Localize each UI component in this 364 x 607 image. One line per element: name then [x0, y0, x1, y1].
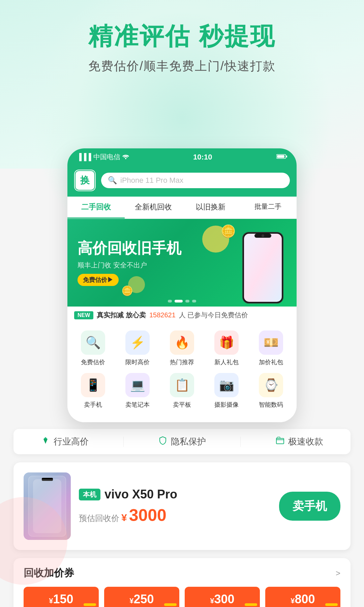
svg-rect-2: [286, 155, 287, 157]
status-right: [276, 153, 287, 161]
banner-cta-button[interactable]: 免费估价▶: [78, 274, 119, 286]
diamond-icon: [41, 436, 50, 447]
icon-sell-laptop-label: 卖笔记本: [125, 401, 150, 409]
phone-status-bar: ▐▐▐ 中国电信 10:10: [67, 148, 297, 166]
tab-new-recycling[interactable]: 全新机回收: [125, 197, 182, 219]
device-name-row: 本机 vivo X50 Pro: [79, 487, 271, 501]
icon-sell-camera[interactable]: 📷 摄影摄像: [210, 373, 243, 409]
new-badge: NEW: [74, 311, 93, 319]
bottom-section: 行业高价 隐私保护 极速收款: [0, 429, 364, 607]
trust-privacy-label: 隐私保护: [171, 436, 206, 447]
tab-used-recycling[interactable]: 二手回收: [67, 197, 125, 219]
coupon-icon: 💴: [264, 336, 279, 350]
search-bar[interactable]: 🔍 iPhone 11 Pro Max: [101, 173, 290, 188]
sell-phone-button[interactable]: 卖手机: [279, 492, 340, 521]
icon-new-gift[interactable]: 🎁 新人礼包: [210, 330, 243, 366]
carrier-label: 中国电信: [93, 152, 120, 162]
banner-coin-1: 🪙: [221, 224, 236, 238]
announce-count: 1582621: [149, 311, 176, 319]
coupon-item-4[interactable]: ¥800 满6500元可用 去使用: [265, 587, 340, 607]
hero-subtitle: 免费估价/顺丰免费上门/快速打款: [88, 58, 276, 75]
svg-rect-8: [276, 438, 284, 444]
trust-item-privacy: 隐私保护: [158, 436, 206, 447]
icon-sell-camera-bg: 📷: [214, 373, 239, 397]
icon-sell-tablet-bg: 📋: [170, 373, 194, 397]
dot-1: [168, 300, 172, 302]
coupon-action-1[interactable]: 去领取: [84, 603, 96, 606]
icon-bonus-gift-bg: 💴: [259, 330, 283, 355]
icon-smart-digital-bg: ⌚: [259, 373, 283, 397]
icon-sell-phone[interactable]: 📱 卖手机: [76, 373, 110, 409]
phone-frame: ▐▐▐ 中国电信 10:10: [67, 148, 297, 422]
alarm-icon: ⚡: [130, 336, 145, 350]
icon-row-2: 📱 卖手机 💻 卖笔记本 📋 卖平板: [71, 373, 293, 409]
icon-limited-high[interactable]: ⚡ 限时高价: [121, 330, 154, 366]
search-icon: 🔍: [86, 336, 101, 350]
svg-rect-3: [277, 155, 284, 158]
price-value: 3000: [129, 505, 166, 525]
camera-icon: 📷: [219, 378, 234, 392]
status-time: 10:10: [193, 153, 212, 162]
tab-trade-in[interactable]: 以旧换新: [182, 197, 239, 219]
banner-title: 高价回收旧手机: [78, 239, 181, 257]
icon-row-1: 🔍 免费估价 ⚡ 限时高价 🔥 热门推荐: [71, 330, 293, 366]
icon-sell-phone-bg: 📱: [81, 373, 105, 397]
shield-icon: [158, 436, 168, 447]
app-logo: 换: [74, 170, 96, 191]
icon-bonus-gift[interactable]: 💴 加价礼包: [254, 330, 288, 366]
coupon-action-4[interactable]: 去使用: [325, 603, 338, 606]
icon-limited-high-bg: ⚡: [125, 330, 150, 355]
coupon-action-2[interactable]: 去使用: [164, 603, 177, 606]
icon-hot-recommend-bg: 🔥: [170, 330, 194, 355]
svg-rect-5: [244, 234, 282, 302]
trust-bar: 行业高价 隐私保护 极速收款: [13, 429, 351, 454]
device-info: 本机 vivo X50 Pro 预估回收价 ¥ 3000: [79, 487, 271, 525]
device-name: vivo X50 Pro: [104, 487, 177, 501]
icon-bonus-gift-label: 加价礼包: [259, 358, 283, 366]
icon-sell-tablet[interactable]: 📋 卖平板: [165, 373, 199, 409]
phone-area: ▐▐▐ 中国电信 10:10: [0, 148, 364, 422]
signal-icon: ▐▐▐: [77, 153, 91, 161]
banner-coin-2: 🪙: [121, 285, 133, 296]
tab-bulk[interactable]: 批量二手: [239, 197, 297, 219]
icon-sell-laptop[interactable]: 💻 卖笔记本: [121, 373, 154, 409]
icon-sell-tablet-label: 卖平板: [173, 401, 191, 409]
phone-banner: 高价回收旧手机 顺丰上门收 安全不出户 免费估价▶: [67, 219, 297, 307]
icon-sell-laptop-bg: 💻: [125, 373, 150, 397]
svg-point-7: [262, 234, 264, 237]
trust-item-high-price: 行业高价: [41, 436, 89, 447]
coupon-action-3[interactable]: 去使用: [245, 603, 257, 606]
laptop-icon: 💻: [130, 378, 145, 392]
coupon-section: 回收加价券 > ¥150 满1500元可用 去领取 ¥250: [13, 558, 351, 607]
icon-limited-high-label: 限时高价: [125, 358, 150, 366]
icon-hot-recommend[interactable]: 🔥 热门推荐: [165, 330, 199, 366]
trust-separator-2: [240, 437, 241, 447]
coupon-item-1[interactable]: ¥150 满1500元可用 去领取: [24, 587, 99, 607]
price-symbol: ¥: [121, 512, 127, 523]
device-card: 本机 vivo X50 Pro 预估回收价 ¥ 3000 卖手机: [13, 462, 351, 550]
device-price-row: 预估回收价 ¥ 3000: [79, 505, 271, 525]
banner-subtitle: 顺丰上门收 安全不出户: [78, 261, 181, 270]
phone-icon: 📱: [86, 378, 101, 392]
dot-3: [185, 300, 189, 302]
dot-2: [175, 300, 183, 302]
gift-icon: 🎁: [219, 336, 234, 350]
device-image: [24, 472, 71, 540]
banner-phone-illustration: [236, 229, 290, 307]
hero-section: 精准评估 秒提现 免费估价/顺丰免费上门/快速打款: [0, 0, 364, 169]
wifi-icon: [122, 153, 129, 161]
icon-grid: 🔍 免费估价 ⚡ 限时高价 🔥 热门推荐: [67, 324, 297, 422]
banner-dots: [168, 300, 196, 302]
coupon-item-2[interactable]: ¥250 满2000元可用 去使用: [104, 587, 179, 607]
folder-icon: [275, 436, 285, 447]
trust-item-fast-payment: 极速收款: [275, 436, 323, 447]
price-label: 预估回收价: [79, 513, 119, 524]
announce-text: 真实扣减 放心卖: [97, 311, 146, 320]
coupon-more-icon[interactable]: >: [336, 569, 340, 578]
icon-smart-digital[interactable]: ⌚ 智能数码: [254, 373, 288, 409]
search-icon: 🔍: [108, 176, 117, 185]
smartwatch-icon: ⌚: [264, 378, 279, 392]
icon-new-gift-label: 新人礼包: [214, 358, 239, 366]
coupon-item-3[interactable]: ¥300 满3500元可用 去使用: [185, 587, 260, 607]
icon-free-estimate[interactable]: 🔍 免费估价: [76, 330, 110, 366]
